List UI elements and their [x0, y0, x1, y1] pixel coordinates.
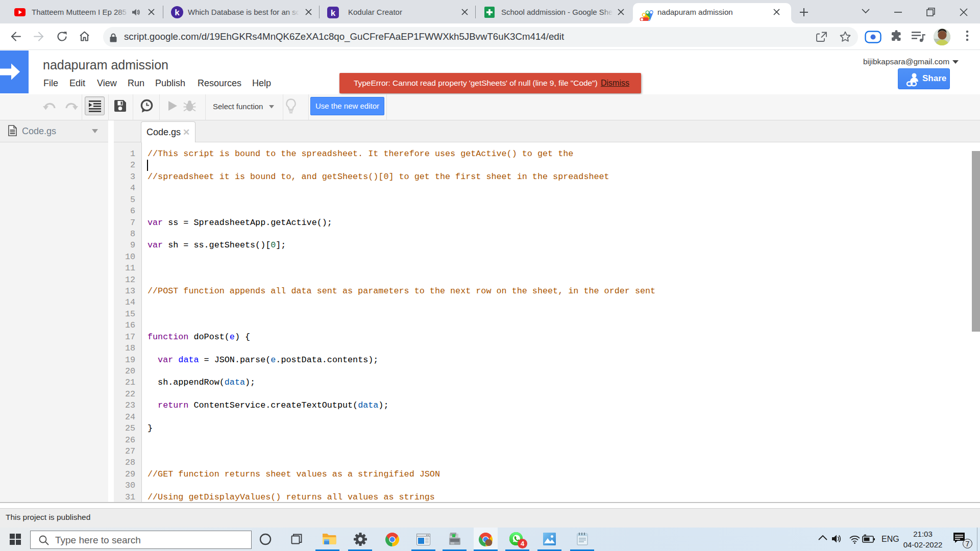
svg-text:k: k: [175, 8, 180, 17]
svg-text:k: k: [331, 8, 336, 18]
